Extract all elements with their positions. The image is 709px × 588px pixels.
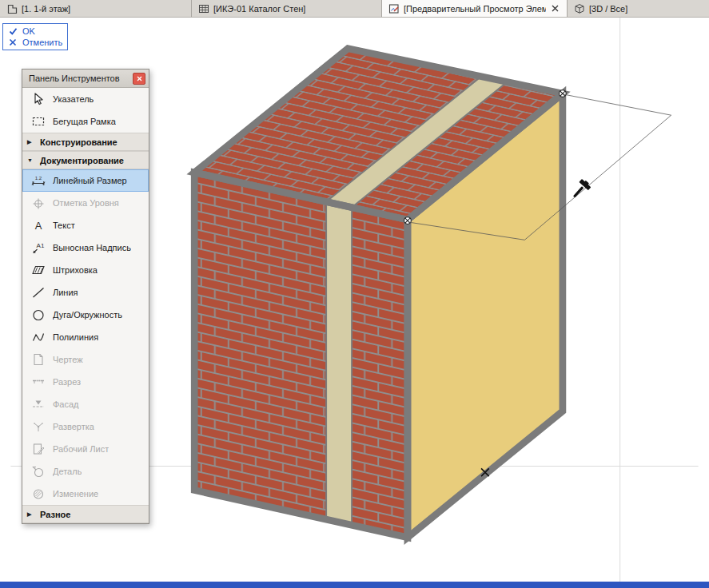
tool-label: Линия [53, 288, 78, 297]
expanded-arrow-icon: ▼ [27, 157, 35, 163]
tool-arc-circle[interactable]: Дуга/Окружность [22, 304, 149, 326]
tool-label: Рабочий Лист [53, 444, 109, 454]
cancel-label: Отменить [22, 38, 62, 47]
marquee-icon [30, 113, 46, 129]
floor-plan-icon [6, 3, 18, 14]
section-label: Конструирование [40, 137, 118, 147]
pointer-arrow-icon [30, 91, 46, 107]
close-icon [137, 76, 142, 81]
elevation-mark-icon [30, 396, 46, 412]
section-misc[interactable]: ▶ Разное [22, 505, 149, 523]
tab-label: [3D / Все] [589, 4, 627, 14]
line-icon [30, 284, 46, 300]
callout-icon: A1 [30, 240, 46, 256]
tool-label: Выносная Надпись [53, 243, 131, 252]
toolbox-title-bar[interactable]: Панель Инструментов [22, 70, 149, 88]
section-label: Разное [40, 510, 70, 519]
tool-drawing[interactable]: Чертеж [22, 348, 149, 371]
section-mark-icon [30, 374, 46, 390]
worksheet-icon [30, 441, 46, 457]
drawing-sheet-icon [30, 352, 46, 368]
tab-element-preview[interactable]: [Предварительный Просмотр Элем… [382, 0, 568, 17]
tool-label: Дуга/Окружность [53, 310, 122, 320]
cancel-button[interactable]: Отменить [3, 37, 67, 48]
tool-hatch[interactable]: Штриховка [22, 259, 149, 281]
cross-icon [9, 38, 18, 46]
schedule-grid-icon [198, 3, 209, 14]
svg-text:1.2: 1.2 [35, 175, 42, 181]
tool-label: Фасад [53, 399, 79, 409]
toolbox-close-button[interactable] [133, 73, 145, 85]
svg-text:A: A [35, 220, 42, 232]
tool-section[interactable]: Разрез [22, 371, 149, 393]
polyline-icon [30, 329, 46, 345]
tool-elevation[interactable]: Фасад [22, 393, 149, 415]
section-label: Документирование [40, 156, 124, 165]
tool-label: Чертеж [53, 355, 83, 364]
tab-label: [1. 1-й этаж] [22, 4, 70, 14]
taskbar-strip [0, 582, 709, 588]
tool-label: Изменение [53, 489, 98, 499]
interior-elevation-icon [30, 419, 46, 435]
tool-label: Указатель [53, 94, 94, 104]
cube-3d-icon [574, 3, 585, 14]
tool-label: Разрез [53, 377, 81, 387]
tool-label: Штриховка [53, 265, 98, 275]
ok-button[interactable]: OK [3, 26, 67, 37]
svg-text:A1: A1 [37, 242, 45, 249]
element-preview-icon [388, 3, 400, 14]
tool-line[interactable]: Линия [22, 281, 149, 304]
tab-floor-plan[interactable]: [1. 1-й этаж] [0, 0, 192, 17]
toolbox-title: Панель Инструментов [29, 74, 120, 83]
tool-polyline[interactable]: Полилиния [22, 326, 149, 348]
view-tab-bar: [1. 1-й этаж] [ИКЭ-01 Каталог Стен] [Пре… [0, 0, 709, 18]
tool-worksheet[interactable]: Рабочий Лист [22, 438, 149, 460]
change-mark-icon [30, 486, 46, 502]
ok-label: OK [22, 26, 35, 36]
vertex-grip-icon[interactable] [404, 217, 412, 224]
tab-label: [Предварительный Просмотр Элем… [404, 4, 546, 14]
tool-label: Линейный Размер [53, 176, 127, 185]
tool-change[interactable]: Изменение [22, 483, 149, 505]
tool-label: Развертка [53, 422, 94, 431]
circle-icon [30, 307, 46, 323]
tab-3d-all[interactable]: [3D / Все] [568, 0, 709, 17]
tool-linear-dimension[interactable]: 1.2 Линейный Размер [22, 169, 149, 192]
collapsed-arrow-icon: ▶ [27, 139, 35, 145]
tool-marquee[interactable]: Бегущая Рамка [22, 110, 149, 133]
tool-label: Деталь [53, 467, 82, 476]
vertex-grip-icon[interactable] [560, 90, 567, 97]
tool-label: Отметка Уровня [53, 198, 119, 208]
toolbox-panel: Панель Инструментов Указатель Бегущая Ра… [22, 69, 149, 524]
tool-label: Бегущая Рамка [53, 117, 116, 126]
tool-level-mark[interactable]: Отметка Уровня [22, 192, 149, 214]
hammer-cursor-icon [569, 177, 591, 201]
linear-dimension-icon: 1.2 [30, 173, 46, 189]
detail-mark-icon [30, 463, 46, 479]
tab-close-icon[interactable] [550, 3, 560, 14]
check-icon [9, 27, 18, 35]
collapsed-arrow-icon: ▶ [27, 511, 35, 518]
tool-pointer[interactable]: Указатель [22, 88, 149, 110]
level-mark-icon [30, 195, 46, 211]
section-documentation[interactable]: ▼ Документирование [22, 151, 149, 169]
confirm-box: OK Отменить [2, 23, 68, 50]
tool-label: Полилиния [53, 332, 98, 342]
text-icon: A [30, 217, 46, 233]
tool-text[interactable]: A Текст [22, 214, 149, 236]
tab-label: [ИКЭ-01 Каталог Стен] [213, 4, 305, 14]
section-construction[interactable]: ▶ Конструирование [22, 133, 149, 151]
tool-detail[interactable]: Деталь [22, 460, 149, 483]
hatch-icon [30, 262, 46, 278]
tab-wall-catalog[interactable]: [ИКЭ-01 Каталог Стен] [192, 0, 382, 17]
tool-interior-elevation[interactable]: Развертка [22, 415, 149, 438]
tool-label: Текст [53, 220, 75, 230]
wall-element-3d[interactable] [194, 49, 563, 538]
tool-callout-label[interactable]: A1 Выносная Надпись [22, 236, 149, 259]
